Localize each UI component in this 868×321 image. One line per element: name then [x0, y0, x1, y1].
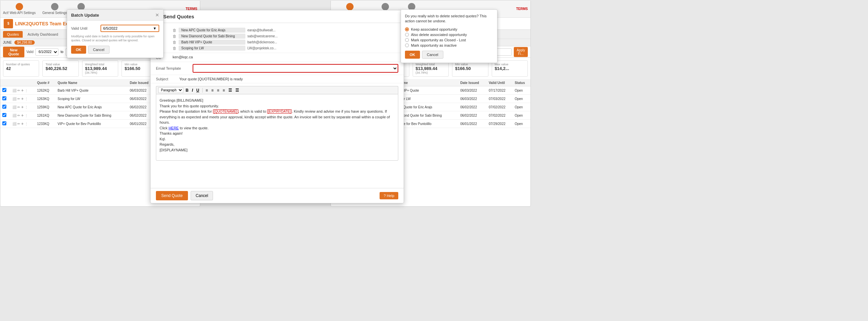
batch-cancel-button[interactable]: Cancel [88, 46, 110, 54]
trash-icon-3[interactable]: 🗑 [173, 46, 177, 51]
align-right-button[interactable]: ≡ [216, 88, 220, 93]
new-quote-button[interactable]: New Quote [3, 47, 24, 57]
open-icon-0[interactable]: ⬜ [12, 89, 17, 92]
here-link[interactable]: HERE [168, 126, 179, 130]
batch-update-info: Modifying valid date in batch is current… [71, 35, 159, 42]
send-icon-2[interactable]: ✈ [21, 105, 24, 109]
send-quotes-footer: Send Quote Cancel ? Help [151, 188, 404, 203]
editor-toolbar: Paragraph B I U ≡ ≡ ≡ ≡ ☰ ☰ [156, 86, 398, 94]
valid-until-input[interactable]: 6/5/2022 ▼ [100, 25, 159, 32]
tab-quotes[interactable]: Quotes [3, 31, 23, 38]
radio-inactive-dot [405, 43, 409, 47]
entry-name-2: Barb Hill VIP+ Quote [179, 40, 245, 45]
radio-delete[interactable]: Also delete associated opportunity [405, 33, 493, 37]
delete-ok-button[interactable]: OK [405, 51, 420, 59]
cc-input[interactable] [173, 55, 398, 59]
open-icon-3[interactable]: ⬜ [12, 114, 17, 117]
batch-update-footer: OK Cancel [71, 46, 159, 54]
batch-ok-button[interactable]: OK [71, 46, 86, 54]
more-icon-3[interactable]: ⋮ [25, 114, 28, 117]
right-row-issued-0: 06/03/2022 [458, 86, 487, 95]
row-name-3: New Diamond Quote for Sabi Bining [56, 111, 128, 120]
send-icon-3[interactable]: ✈ [21, 114, 24, 117]
radio-closed-lost[interactable]: Mark opportunity as Closed - Lost [405, 38, 493, 42]
general-settings-nav[interactable]: General Settings [42, 3, 67, 15]
row-check-1[interactable] [0, 95, 10, 103]
api-settings-nav[interactable]: Act! Web API Settings [3, 3, 36, 15]
batch-update-body: Valid Until 6/5/2022 ▼ Modifying valid d… [67, 21, 163, 58]
delete-question: Do you really wish to delete selected qu… [405, 14, 493, 24]
trash-icon-1[interactable]: 🗑 [173, 34, 177, 39]
entry-addr-2: barbh@dickensoo... [247, 40, 277, 44]
edit-icon-4[interactable]: ✏ [18, 122, 20, 126]
right-col-valid: Valid Until [487, 80, 513, 86]
more-icon-2[interactable]: ⋮ [25, 105, 28, 109]
open-icon-4[interactable]: ⬜ [12, 122, 17, 126]
row-num-0: 1262KQ [35, 86, 56, 95]
send-icon-4[interactable]: ✈ [21, 122, 24, 126]
row-check-3[interactable] [0, 111, 10, 120]
radio-keep[interactable]: Keep associated opportunity [405, 27, 493, 31]
entry-name-3: Scoping for LW [179, 46, 245, 51]
right-apply-filter-button[interactable]: Apply Fi... [514, 47, 528, 57]
open-icon-2[interactable]: ⬜ [12, 105, 17, 109]
batch-update-title: Batch Update [71, 13, 99, 18]
date-from-select[interactable]: 6/1/2022 [35, 48, 58, 56]
trash-icon-0[interactable]: 🗑 [173, 28, 177, 33]
entry-addr-1: sabi@westcareme... [247, 34, 278, 38]
batch-update-close-button[interactable]: ✕ [155, 12, 159, 18]
align-left-button[interactable]: ≡ [205, 88, 209, 93]
editor-content: Greetings [BILLINGNAME] Thank you for th… [156, 94, 398, 160]
send-cancel-button[interactable]: Cancel [191, 191, 213, 200]
subject-label: Subject [156, 77, 176, 81]
align-justify-button[interactable]: ≡ [222, 88, 226, 93]
trash-icon-2[interactable]: 🗑 [173, 40, 177, 45]
delete-cancel-button[interactable]: Cancel [422, 51, 443, 59]
quotename-tag: [QUOTENAME] [213, 109, 238, 114]
right-row-status-0: Open [513, 86, 530, 95]
open-icon-1[interactable]: ⬜ [12, 97, 17, 101]
row-check-0[interactable] [0, 86, 10, 95]
align-center-button[interactable]: ≡ [210, 88, 215, 93]
right-row-valid-0: 07/17/2022 [487, 86, 513, 95]
valid-label: Valid [26, 50, 34, 54]
entry-addr-0: earajs@bullwealt... [247, 28, 276, 32]
edit-icon-3[interactable]: ✏ [18, 114, 20, 117]
paragraph-select[interactable]: Paragraph [158, 87, 183, 93]
italic-button[interactable]: I [191, 88, 194, 93]
help-button[interactable]: ? Help [380, 192, 398, 199]
valid-until-value: 6/5/2022 [103, 26, 118, 30]
more-icon-0[interactable]: ⋮ [25, 89, 28, 92]
api-settings-label: Act! Web API Settings [3, 11, 36, 15]
bullet-list-button[interactable]: ☰ [227, 88, 233, 93]
send-icon-0[interactable]: ✈ [21, 89, 24, 92]
send-quote-button[interactable]: Send Quote [156, 191, 188, 200]
edit-icon-1[interactable]: ✏ [18, 97, 20, 101]
number-list-button[interactable]: ☰ [235, 88, 240, 93]
right-row-status-2: Open [513, 103, 530, 111]
settings-icon [51, 3, 58, 10]
logo-icon: $ [4, 19, 13, 28]
edit-icon-2[interactable]: ✏ [18, 105, 20, 109]
underline-button[interactable]: U [195, 88, 200, 93]
radio-keep-label: Keep associated opportunity [411, 27, 457, 31]
right-stat-max: Max value $14,2... [492, 60, 528, 77]
more-icon-4[interactable]: ⋮ [25, 122, 28, 126]
edit-icon-0[interactable]: ✏ [18, 89, 20, 92]
bold-button[interactable]: B [185, 88, 190, 93]
cc-field-row: CC [151, 53, 404, 62]
row-check-2[interactable] [0, 103, 10, 111]
row-check-4[interactable] [0, 120, 10, 128]
msg-displayname: [DISPLAYNAME] [160, 147, 395, 153]
more-icon-1[interactable]: ⋮ [25, 97, 28, 101]
row-actions-1: ⬜ ✏ ✈ ⋮ [10, 95, 35, 103]
row-num-4: 1233KQ [35, 120, 56, 128]
tab-activity[interactable]: Activity Dashboard [23, 31, 62, 38]
radio-inactive[interactable]: Mark opportunity as inactive [405, 43, 493, 47]
row-actions-2: ⬜ ✏ ✈ ⋮ [10, 103, 35, 111]
msg-thanks2: Thanks again! [160, 131, 395, 136]
email-template-select[interactable] [193, 64, 398, 73]
send-icon-1[interactable]: ✈ [21, 97, 24, 101]
row-name-2: New APC Quote for Eric Arajs [56, 103, 128, 111]
msg-greeting: Greetings [BILLINGNAME] [160, 98, 395, 103]
